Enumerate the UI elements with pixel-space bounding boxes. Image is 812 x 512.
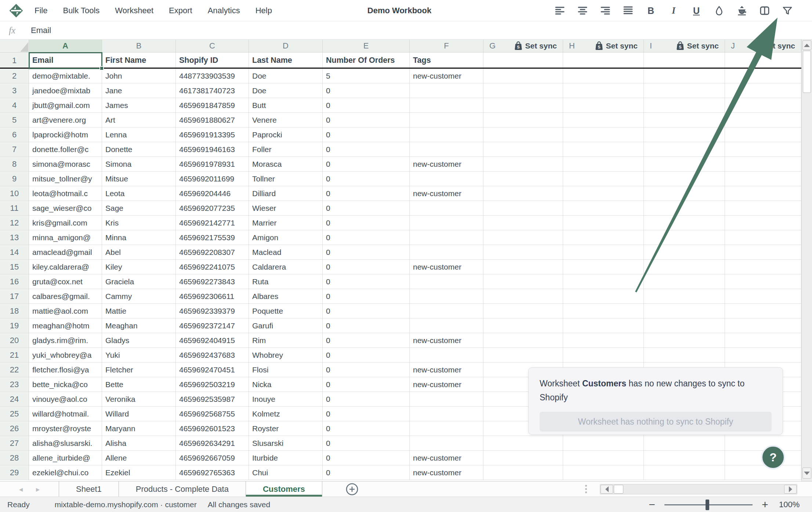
cell[interactable]: Albares xyxy=(249,289,323,304)
row-number[interactable]: 26 xyxy=(0,421,29,436)
cell[interactable]: 0 xyxy=(323,142,410,157)
row-number[interactable]: 29 xyxy=(0,465,29,480)
column-header-c[interactable]: C xyxy=(176,40,249,53)
cell-borders-icon[interactable] xyxy=(758,4,771,17)
cell[interactable] xyxy=(483,304,563,318)
help-button[interactable]: ? xyxy=(761,445,785,469)
menu-item-file[interactable]: File xyxy=(35,6,47,15)
cell[interactable]: 0 xyxy=(323,289,410,304)
tab-customers[interactable]: Customers xyxy=(246,482,322,497)
cell[interactable]: Tags xyxy=(410,53,483,69)
cell[interactable]: Willard xyxy=(102,407,176,421)
add-sheet-button[interactable] xyxy=(345,482,359,497)
cell[interactable] xyxy=(725,53,801,69)
set-sync-button[interactable]: SSet sync xyxy=(514,41,557,51)
align-left-icon[interactable] xyxy=(554,4,566,17)
cell[interactable] xyxy=(483,348,563,363)
cell[interactable]: Inouye xyxy=(249,392,323,407)
row-number[interactable]: 28 xyxy=(0,451,29,465)
column-header-h[interactable]: HSSet sync xyxy=(563,40,644,53)
cell[interactable] xyxy=(725,465,801,480)
menu-item-analytics[interactable]: Analytics xyxy=(208,6,240,15)
cell[interactable] xyxy=(725,113,801,127)
row-number[interactable]: 10 xyxy=(0,186,29,201)
cell[interactable] xyxy=(644,304,725,318)
cell[interactable]: Lenna xyxy=(102,127,176,142)
set-sync-button[interactable]: SSet sync xyxy=(676,41,719,51)
cell[interactable] xyxy=(644,172,725,186)
tab-sheet1[interactable]: Sheet1 xyxy=(59,482,119,497)
cell[interactable]: Bette xyxy=(102,377,176,392)
cell[interactable]: 0 xyxy=(323,245,410,260)
cell[interactable] xyxy=(725,260,801,274)
cell[interactable]: 0 xyxy=(323,274,410,289)
cell[interactable] xyxy=(563,98,644,113)
cell[interactable] xyxy=(644,216,725,230)
row-number[interactable]: 2 xyxy=(0,69,29,83)
cell[interactable]: amaclead@gmail xyxy=(29,245,102,260)
cell[interactable] xyxy=(563,83,644,98)
cell[interactable] xyxy=(563,186,644,201)
cell[interactable]: Jane xyxy=(102,83,176,98)
cell[interactable] xyxy=(483,142,563,157)
cell[interactable]: alisha@slusarski. xyxy=(29,436,102,451)
cell[interactable]: calbares@gmail. xyxy=(29,289,102,304)
cell[interactable]: 0 xyxy=(323,127,410,142)
row-number[interactable]: 8 xyxy=(0,157,29,172)
cell[interactable] xyxy=(410,172,483,186)
zoom-in-button[interactable]: + xyxy=(758,498,772,511)
cell[interactable]: Slusarski xyxy=(249,436,323,451)
cell[interactable]: Marrier xyxy=(249,216,323,230)
cell[interactable]: mattie@aol.com xyxy=(29,304,102,318)
set-sync-button[interactable]: SSet sync xyxy=(595,41,638,51)
cell[interactable] xyxy=(410,142,483,157)
cell[interactable] xyxy=(563,172,644,186)
cell[interactable] xyxy=(644,436,725,451)
tab-scroll-right-icon[interactable]: ▸ xyxy=(36,485,40,494)
cell[interactable]: 0 xyxy=(323,333,410,348)
cell[interactable]: Poquette xyxy=(249,304,323,318)
cell[interactable] xyxy=(410,274,483,289)
cell[interactable] xyxy=(644,230,725,245)
cell[interactable]: yuki_whobrey@a xyxy=(29,348,102,363)
bold-button[interactable]: B xyxy=(645,4,657,17)
cell[interactable] xyxy=(483,127,563,142)
cell[interactable]: Ezekiel xyxy=(102,465,176,480)
cell[interactable]: Chui xyxy=(249,465,323,480)
cell[interactable]: 4659691847859 xyxy=(176,98,249,113)
row-number[interactable]: 4 xyxy=(0,98,29,113)
cell[interactable] xyxy=(483,186,563,201)
cell[interactable]: Allene xyxy=(102,451,176,465)
column-header-j[interactable]: JSSet sync xyxy=(725,40,801,53)
cell[interactable]: 5 xyxy=(323,69,410,83)
cell[interactable] xyxy=(483,289,563,304)
cell[interactable]: minna_amigon@ xyxy=(29,230,102,245)
cell[interactable] xyxy=(483,53,563,69)
zoom-slider-thumb[interactable] xyxy=(706,500,709,510)
cell[interactable]: Maryann xyxy=(102,421,176,436)
cell[interactable]: 4659692568755 xyxy=(176,407,249,421)
cell[interactable]: 4659692175539 xyxy=(176,230,249,245)
cell[interactable] xyxy=(644,127,725,142)
cell[interactable]: Doe xyxy=(249,69,323,83)
row-number[interactable]: 14 xyxy=(0,245,29,260)
cell[interactable] xyxy=(563,436,644,451)
cell[interactable]: Leota xyxy=(102,186,176,201)
row-number[interactable]: 16 xyxy=(0,274,29,289)
cell[interactable] xyxy=(725,289,801,304)
cell[interactable]: 0 xyxy=(323,318,410,333)
cell[interactable] xyxy=(410,304,483,318)
row-number[interactable]: 22 xyxy=(0,363,29,377)
row-number[interactable]: 25 xyxy=(0,407,29,421)
cell[interactable] xyxy=(483,451,563,465)
cell[interactable]: gladys.rim@rim. xyxy=(29,333,102,348)
cell[interactable]: 4617381740723 xyxy=(176,83,249,98)
cell[interactable] xyxy=(410,201,483,216)
cell[interactable] xyxy=(725,348,801,363)
cell[interactable] xyxy=(644,318,725,333)
tabbar-drag-handle[interactable] xyxy=(585,482,587,497)
cell[interactable]: 0 xyxy=(323,260,410,274)
mixtable-logo[interactable] xyxy=(8,3,24,19)
cell[interactable] xyxy=(483,69,563,83)
cell[interactable] xyxy=(563,69,644,83)
